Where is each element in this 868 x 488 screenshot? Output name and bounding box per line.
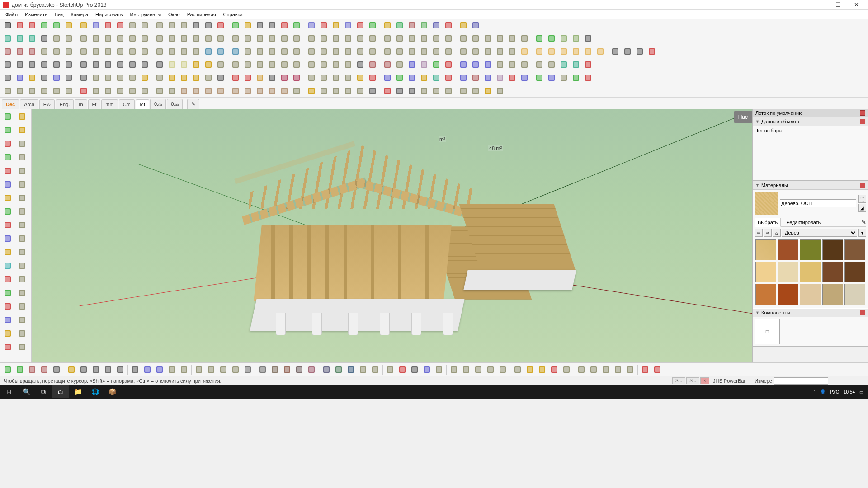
material-swatch[interactable] — [800, 284, 821, 305]
measure-input[interactable] — [774, 377, 828, 385]
toolbar-button[interactable] — [215, 33, 226, 44]
toolbar-button[interactable] — [458, 59, 469, 70]
toolbar-button[interactable] — [242, 364, 254, 375]
toolbar-button[interactable] — [443, 72, 454, 84]
toolbar-button[interactable] — [26, 85, 38, 97]
toolbar-button[interactable] — [78, 19, 90, 31]
toolbar-button[interactable] — [166, 364, 178, 375]
toolbar-button[interactable] — [306, 364, 317, 375]
toolbar-button[interactable] — [2, 59, 14, 70]
toolbar-button[interactable] — [306, 59, 317, 70]
tray-close-button[interactable] — [860, 110, 865, 116]
toolbar-button[interactable] — [38, 59, 50, 70]
left-tool-button[interactable] — [1, 178, 14, 191]
toolbar-button[interactable] — [318, 85, 330, 97]
toolbar-button[interactable] — [342, 72, 354, 84]
toolbar-button[interactable] — [524, 364, 536, 375]
toolbar-button[interactable] — [533, 46, 545, 57]
toolbar-button[interactable] — [190, 19, 202, 31]
toolbar-button[interactable] — [318, 33, 330, 44]
left-tool-button[interactable] — [1, 164, 14, 177]
toolbar-button[interactable] — [102, 46, 114, 57]
toolbar-button[interactable] — [242, 46, 254, 57]
toolbar-button[interactable] — [354, 72, 366, 84]
menu-item[interactable]: Вид — [51, 11, 67, 18]
toolbar-button[interactable] — [51, 46, 62, 57]
toolbar-button[interactable] — [345, 364, 357, 375]
toolbar-button[interactable] — [78, 72, 90, 84]
toolbar-button[interactable] — [154, 33, 165, 44]
toolbar-button[interactable] — [519, 72, 530, 84]
task-view-button[interactable]: ⧉ — [35, 385, 52, 398]
left-tool-button[interactable] — [1, 137, 14, 150]
material-swatch[interactable] — [844, 284, 865, 305]
toolbar-button[interactable] — [190, 59, 202, 70]
toolbar-button[interactable] — [443, 46, 454, 57]
toolbar-button[interactable] — [460, 364, 472, 375]
toolbar-button[interactable] — [497, 364, 509, 375]
toolbar-button[interactable] — [114, 46, 126, 57]
toolbar-button[interactable] — [533, 72, 545, 84]
toolbar-button[interactable] — [306, 46, 317, 57]
toolbar-button[interactable] — [14, 85, 26, 97]
toolbar-button[interactable] — [470, 72, 481, 84]
toolbar-button[interactable] — [102, 364, 114, 375]
toolbar-button[interactable] — [26, 19, 38, 31]
toolbar-button[interactable] — [230, 46, 241, 57]
toolbar-button[interactable] — [342, 33, 354, 44]
toolbar-button[interactable] — [230, 19, 241, 31]
toolbar-button[interactable] — [78, 364, 90, 375]
toolbar-button[interactable] — [384, 364, 396, 375]
toolbar-button[interactable] — [90, 72, 102, 84]
toolbar-button[interactable] — [494, 72, 506, 84]
toolbar-button[interactable] — [139, 59, 151, 70]
menu-item[interactable]: Камера — [67, 11, 92, 18]
toolbar-button[interactable] — [242, 59, 254, 70]
left-tool-button[interactable] — [15, 110, 29, 123]
taskbar-app[interactable]: 🌐 — [87, 385, 103, 398]
toolbar-button[interactable] — [482, 85, 494, 97]
toolbar-button[interactable] — [394, 33, 406, 44]
unit-tab[interactable]: F½ — [39, 99, 55, 109]
toolbar-button[interactable] — [588, 364, 599, 375]
toolbar-button[interactable] — [51, 33, 62, 44]
toolbar-button[interactable] — [367, 59, 378, 70]
toolbar-button[interactable] — [26, 72, 38, 84]
toolbar-button[interactable] — [318, 59, 330, 70]
menu-item[interactable]: Нарисовать — [92, 11, 126, 18]
system-tray[interactable]: ˄ 👤 РУС 10:54 ▭ — [813, 389, 867, 394]
toolbar-button[interactable] — [230, 364, 241, 375]
toolbar-button[interactable] — [330, 59, 342, 70]
toolbar-button[interactable] — [382, 19, 393, 31]
material-category-select[interactable]: Дерев — [782, 229, 857, 237]
toolbar-button[interactable] — [203, 72, 214, 84]
toolbar-button[interactable] — [482, 46, 494, 57]
toolbar-button[interactable] — [14, 46, 26, 57]
toolbar-button[interactable] — [127, 72, 138, 84]
toolbar-button[interactable] — [2, 364, 14, 375]
toolbar-button[interactable] — [78, 59, 90, 70]
toolbar-button[interactable] — [14, 364, 26, 375]
toolbar-button[interactable] — [63, 19, 75, 31]
toolbar-button[interactable] — [494, 33, 506, 44]
toolbar-button[interactable] — [330, 33, 342, 44]
toolbar-button[interactable] — [254, 85, 266, 97]
toolbar-button[interactable] — [406, 19, 418, 31]
toolbar-button[interactable] — [396, 364, 408, 375]
toolbar-button[interactable] — [354, 46, 366, 57]
tray-up-icon[interactable]: ˄ — [813, 389, 816, 394]
materials-header[interactable]: ▼ Материалы — [753, 181, 868, 190]
toolbar-button[interactable] — [367, 85, 378, 97]
toolbar-button[interactable] — [139, 46, 151, 57]
toolbar-button[interactable] — [178, 33, 190, 44]
toolbar-button[interactable] — [38, 19, 50, 31]
panel-close-button[interactable] — [860, 310, 865, 315]
toolbar-button[interactable] — [558, 59, 570, 70]
left-tool-button[interactable] — [1, 205, 14, 218]
menu-item[interactable]: Изменить — [21, 11, 51, 18]
unit-tab[interactable]: Eng. — [56, 99, 74, 109]
toolbar-button[interactable] — [418, 72, 430, 84]
toolbar-button[interactable] — [102, 72, 114, 84]
toolbar-button[interactable] — [114, 19, 126, 31]
left-tool-button[interactable] — [1, 192, 14, 204]
